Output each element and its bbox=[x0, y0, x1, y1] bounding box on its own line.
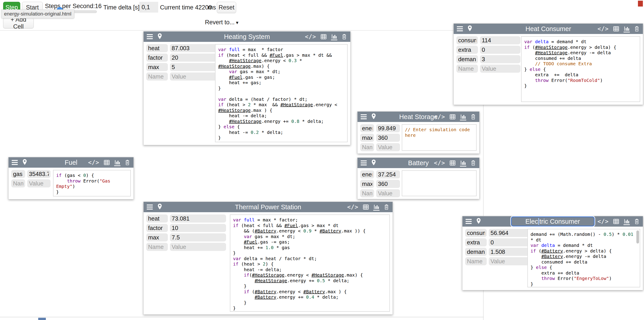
new-var-name-input[interactable] bbox=[456, 65, 478, 73]
var-name-input[interactable] bbox=[146, 224, 168, 232]
chart-view-icon[interactable] bbox=[460, 159, 466, 167]
new-var-value-input[interactable] bbox=[376, 143, 400, 151]
chart-view-icon[interactable] bbox=[331, 33, 337, 40]
table-view-icon[interactable] bbox=[613, 218, 620, 225]
code-view-icon[interactable]: </> bbox=[88, 159, 99, 166]
var-value-input[interactable] bbox=[170, 214, 226, 223]
code-view-icon[interactable]: </> bbox=[347, 204, 358, 210]
new-var-value-input[interactable] bbox=[489, 257, 529, 265]
map-pin-icon[interactable] bbox=[371, 113, 376, 120]
var-value-input[interactable] bbox=[489, 238, 529, 246]
table-view-icon[interactable] bbox=[613, 26, 620, 32]
new-var-value-input[interactable] bbox=[170, 72, 216, 81]
new-var-name-input[interactable] bbox=[360, 189, 374, 197]
panel-header[interactable]: Battery </> bbox=[358, 158, 479, 168]
code-editor[interactable]: // Enter simulation codehere bbox=[402, 124, 476, 151]
table-view-icon[interactable] bbox=[449, 113, 456, 120]
new-var-value-input[interactable] bbox=[170, 243, 226, 251]
code-view-icon[interactable]: </> bbox=[305, 33, 316, 40]
delete-cell-icon[interactable] bbox=[634, 26, 640, 32]
var-name-input[interactable] bbox=[146, 214, 168, 223]
map-pin-icon[interactable] bbox=[157, 203, 163, 211]
var-value-input[interactable] bbox=[489, 229, 529, 237]
var-name-input[interactable] bbox=[360, 134, 374, 142]
panel-title[interactable]: Heat Storage bbox=[399, 113, 438, 121]
var-name-input[interactable] bbox=[465, 248, 487, 256]
menu-icon[interactable] bbox=[147, 34, 153, 39]
code-view-icon[interactable]: </> bbox=[598, 26, 609, 32]
delete-cell-icon[interactable] bbox=[634, 218, 640, 225]
table-view-icon[interactable] bbox=[103, 159, 110, 166]
chart-view-icon[interactable] bbox=[624, 218, 630, 225]
var-value-input[interactable] bbox=[480, 55, 520, 63]
code-editor[interactable]: demand += (Math.random() - 0.5) * 0.01* … bbox=[528, 229, 640, 287]
panel-title[interactable]: Fuel bbox=[65, 159, 77, 166]
table-view-icon[interactable] bbox=[449, 159, 456, 166]
reset-button[interactable]: Reset bbox=[217, 2, 236, 13]
delete-cell-icon[interactable] bbox=[470, 113, 476, 120]
map-pin-icon[interactable] bbox=[476, 218, 482, 225]
table-view-icon[interactable] bbox=[362, 204, 369, 210]
code-editor[interactable]: var delta = demand * dtif (#HeatStorage.… bbox=[521, 36, 640, 102]
panel-title[interactable]: Battery bbox=[408, 159, 429, 167]
menu-icon[interactable] bbox=[361, 114, 367, 119]
var-value-input[interactable] bbox=[170, 224, 226, 232]
new-var-name-input[interactable] bbox=[146, 243, 168, 251]
panel-title[interactable]: Thermal Power Station bbox=[235, 203, 301, 211]
var-value-input[interactable] bbox=[170, 233, 226, 241]
var-name-input[interactable] bbox=[360, 180, 374, 188]
code-editor[interactable] bbox=[402, 170, 476, 196]
var-name-input[interactable] bbox=[11, 170, 25, 178]
var-name-input[interactable] bbox=[465, 238, 487, 246]
panel-title[interactable]: Heating System bbox=[224, 33, 270, 41]
chart-view-icon[interactable] bbox=[373, 204, 380, 211]
new-var-name-input[interactable] bbox=[465, 257, 487, 265]
var-name-input[interactable] bbox=[146, 63, 168, 71]
panel-title[interactable]: Heat Consumer bbox=[525, 25, 571, 33]
map-pin-icon[interactable] bbox=[467, 25, 473, 32]
panel-header[interactable]: Heating System </> bbox=[144, 32, 350, 42]
var-name-input[interactable] bbox=[456, 36, 478, 44]
var-value-input[interactable] bbox=[170, 54, 216, 62]
var-name-input[interactable] bbox=[360, 170, 374, 179]
menu-icon[interactable] bbox=[457, 26, 463, 31]
code-scrollbar-thumb[interactable] bbox=[636, 230, 639, 243]
time-delta-input[interactable] bbox=[139, 2, 158, 13]
panel-header[interactable]: Heat Consumer </> bbox=[454, 24, 643, 34]
panel-header[interactable]: Heat Storage </> bbox=[358, 112, 479, 122]
code-editor[interactable]: var full = max * factorif (heat < full &… bbox=[215, 44, 348, 142]
add-cell-button[interactable]: + Add Cell bbox=[3, 18, 34, 28]
var-value-input[interactable] bbox=[170, 44, 216, 52]
var-value-input[interactable] bbox=[480, 46, 520, 54]
new-var-name-input[interactable] bbox=[11, 179, 25, 188]
var-value-input[interactable] bbox=[480, 36, 520, 44]
chart-view-icon[interactable] bbox=[114, 159, 120, 166]
var-value-input[interactable] bbox=[170, 63, 216, 71]
var-name-input[interactable] bbox=[456, 46, 478, 54]
code-view-icon[interactable]: </> bbox=[434, 159, 445, 166]
new-var-value-input[interactable] bbox=[376, 189, 400, 197]
delete-cell-icon[interactable] bbox=[341, 33, 347, 40]
revert-to-dropdown[interactable]: Revert to...▾ bbox=[205, 19, 238, 26]
map-pin-icon[interactable] bbox=[22, 159, 28, 166]
panel-title-input-focused[interactable]: Electric Consumer bbox=[511, 217, 594, 226]
var-name-input[interactable] bbox=[146, 44, 168, 52]
chart-view-icon[interactable] bbox=[624, 26, 630, 32]
menu-icon[interactable] bbox=[466, 219, 472, 224]
code-view-icon[interactable]: </> bbox=[598, 218, 609, 225]
chart-view-icon[interactable] bbox=[460, 113, 466, 120]
table-view-icon[interactable] bbox=[320, 33, 327, 40]
delete-cell-icon[interactable] bbox=[384, 204, 390, 210]
new-var-name-input[interactable] bbox=[146, 72, 168, 81]
var-name-input[interactable] bbox=[456, 55, 478, 63]
panel-header[interactable]: Fuel </> bbox=[8, 157, 134, 168]
var-name-input[interactable] bbox=[465, 229, 487, 237]
var-value-input[interactable] bbox=[376, 170, 400, 179]
delete-cell-icon[interactable] bbox=[470, 159, 476, 166]
panel-header[interactable]: Electric Consumer </> bbox=[462, 216, 643, 227]
new-var-value-input[interactable] bbox=[480, 65, 520, 73]
menu-icon[interactable] bbox=[12, 160, 18, 165]
panel-header[interactable]: Thermal Power Station </> bbox=[144, 202, 392, 212]
menu-icon[interactable] bbox=[361, 161, 367, 166]
var-name-input[interactable] bbox=[360, 124, 374, 132]
